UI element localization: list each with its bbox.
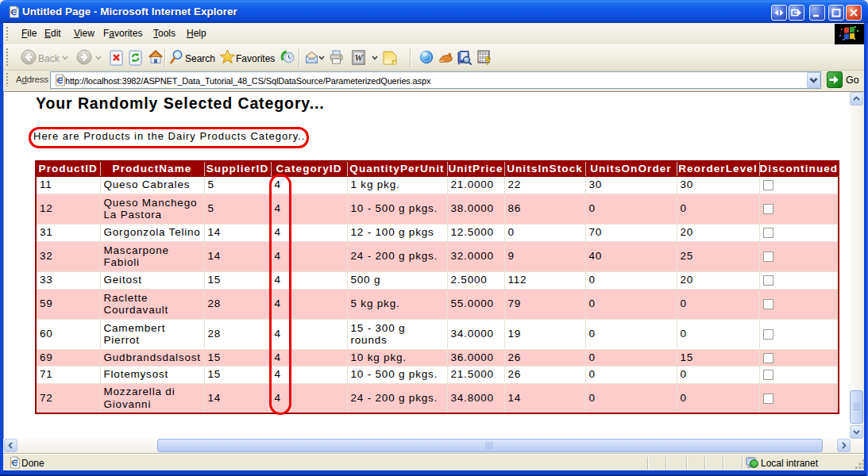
svg-text:W: W: [354, 52, 364, 63]
